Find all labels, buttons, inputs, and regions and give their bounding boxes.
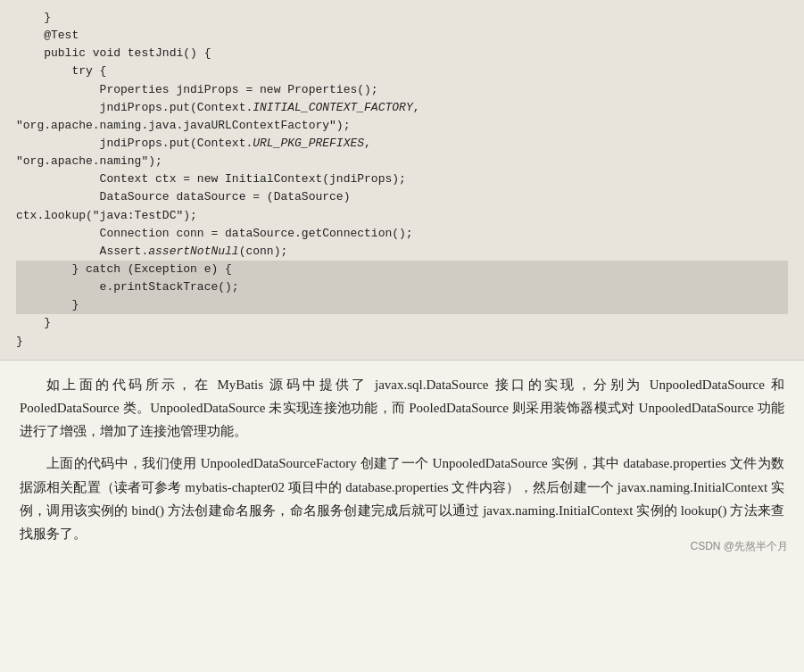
csdn-badge: CSDN @先熬半个月 [690,537,788,556]
paragraph-1: 如上面的代码所示，在 MyBatis 源码中提供了 javax.sql.Data… [20,373,784,444]
paragraph-2: 上面的代码中，我们使用 UnpooledDataSourceFactory 创建… [20,452,784,545]
text-section: 如上面的代码所示，在 MyBatis 源码中提供了 javax.sql.Data… [0,361,804,564]
code-block: } @Test public void testJndi() { try { P… [0,0,804,361]
page-container: } @Test public void testJndi() { try { P… [0,0,804,672]
